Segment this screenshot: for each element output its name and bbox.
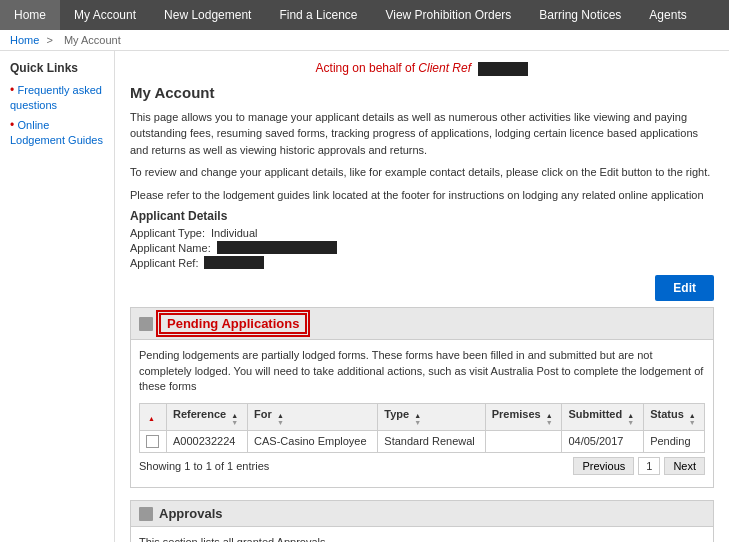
sort-for-arrows[interactable]: ▲ ▼ (277, 412, 284, 426)
list-item: Online Lodgement Guides (10, 118, 104, 149)
sort-down-icon: ▼ (231, 419, 238, 426)
edit-button[interactable]: Edit (655, 275, 714, 301)
acting-on-behalf-banner: Acting on behalf of Client Ref (130, 61, 714, 76)
sort-down-icon: ▼ (627, 419, 634, 426)
col-status-label: Status (650, 408, 684, 420)
applicant-ref-label: Applicant Ref: (130, 257, 198, 269)
approvals-body: This section lists all granted Approvals… (131, 527, 713, 542)
col-for: For ▲ ▼ (248, 403, 378, 430)
row-for: CAS-Casino Employee (248, 430, 378, 453)
description-1: This page allows you to manage your appl… (130, 109, 714, 159)
sort-up-icon: ▲ (277, 412, 284, 419)
pending-applications-title: Pending Applications (159, 313, 307, 334)
applicant-details-heading: Applicant Details (130, 209, 714, 223)
sort-down-icon: ▼ (414, 419, 421, 426)
sort-status-arrows[interactable]: ▲ ▼ (689, 412, 696, 426)
pending-applications-header: Pending Applications (131, 308, 713, 340)
row-reference: A000232224 (166, 430, 247, 453)
sort-type-arrows[interactable]: ▲ ▼ (414, 412, 421, 426)
col-type-label: Type (384, 408, 409, 420)
breadcrumb: Home > My Account (0, 30, 729, 51)
applicant-type-row: Applicant Type: Individual (130, 227, 714, 239)
applicant-name-label: Applicant Name: (130, 242, 211, 254)
col-reference-label: Reference (173, 408, 226, 420)
sort-down-icon: ▼ (277, 419, 284, 426)
table-header-row: ▲ Reference ▲ ▼ For (140, 403, 705, 430)
col-select: ▲ (140, 403, 167, 430)
breadcrumb-current: My Account (64, 34, 121, 46)
sort-up-icon: ▲ (414, 412, 421, 419)
sort-up-icon: ▲ (689, 412, 696, 419)
approvals-title: Approvals (159, 506, 223, 521)
breadcrumb-home[interactable]: Home (10, 34, 39, 46)
sidebar-item-faq[interactable]: Frequently asked questions (10, 84, 102, 111)
sort-down-icon: ▼ (689, 419, 696, 426)
row-status: Pending (644, 430, 705, 453)
sort-submitted-arrows[interactable]: ▲ ▼ (627, 412, 634, 426)
approvals-section: Approvals This section lists all granted… (130, 500, 714, 542)
col-reference: Reference ▲ ▼ (166, 403, 247, 430)
applicant-name-row: Applicant Name: (130, 241, 714, 254)
breadcrumb-separator: > (46, 34, 52, 46)
table-row: A000232224 CAS-Casino Employee Standard … (140, 430, 705, 453)
col-submitted-label: Submitted (568, 408, 622, 420)
sort-reference-arrows[interactable]: ▲ ▼ (231, 412, 238, 426)
nav-home[interactable]: Home (0, 0, 60, 30)
sort-up-icon: ▲ (627, 412, 634, 419)
applicant-name-value (217, 241, 337, 254)
nav-find-licence[interactable]: Find a Licence (265, 0, 371, 30)
col-type: Type ▲ ▼ (378, 403, 485, 430)
pending-section-icon (139, 317, 153, 331)
col-for-label: For (254, 408, 272, 420)
row-type: Standard Renewal (378, 430, 485, 453)
pending-next-button[interactable]: Next (664, 457, 705, 475)
row-premises (485, 430, 562, 453)
pending-pagination-controls: Previous 1 Next (573, 457, 705, 475)
sort-up-icon: ▲ (231, 412, 238, 419)
approvals-section-icon (139, 507, 153, 521)
sort-up-icon: ▲ (546, 412, 553, 419)
pending-applications-body: Pending lodgements are partially lodged … (131, 340, 713, 487)
nav-barring-notices[interactable]: Barring Notices (525, 0, 635, 30)
sort-arrows[interactable]: ▲ (148, 415, 155, 422)
pending-applications-section: Pending Applications Pending lodgements … (130, 307, 714, 488)
pending-previous-button[interactable]: Previous (573, 457, 634, 475)
pending-showing-text: Showing 1 to 1 of 1 entries (139, 460, 269, 472)
row-select-cell (140, 430, 167, 453)
nav-new-lodgement[interactable]: New Lodgement (150, 0, 265, 30)
approvals-header: Approvals (131, 501, 713, 527)
row-checkbox[interactable] (146, 435, 159, 448)
client-ref-value (478, 62, 528, 76)
col-submitted: Submitted ▲ ▼ (562, 403, 644, 430)
client-ref-label: Client Ref (418, 61, 471, 75)
col-premises: Premises ▲ ▼ (485, 403, 562, 430)
col-status: Status ▲ ▼ (644, 403, 705, 430)
applicant-ref-value (204, 256, 264, 269)
pending-applications-desc: Pending lodgements are partially lodged … (139, 348, 705, 394)
sidebar-title: Quick Links (10, 61, 104, 75)
nav-view-prohibition-orders[interactable]: View Prohibition Orders (371, 0, 525, 30)
description-2: To review and change your applicant deta… (130, 164, 714, 181)
sort-premises-arrows[interactable]: ▲ ▼ (546, 412, 553, 426)
pending-applications-table: ▲ Reference ▲ ▼ For (139, 403, 705, 454)
applicant-ref-row: Applicant Ref: (130, 256, 714, 269)
main-content: Acting on behalf of Client Ref My Accoun… (115, 51, 729, 542)
sort-up-icon: ▲ (148, 415, 155, 422)
description-3: Please refer to the lodgement guides lin… (130, 187, 714, 204)
nav-my-account[interactable]: My Account (60, 0, 150, 30)
sidebar-links: Frequently asked questions Online Lodgem… (10, 83, 104, 149)
pending-pagination-row: Showing 1 to 1 of 1 entries Previous 1 N… (139, 453, 705, 479)
sidebar-item-guides[interactable]: Online Lodgement Guides (10, 119, 103, 146)
sort-down-icon: ▼ (546, 419, 553, 426)
pending-current-page: 1 (638, 457, 660, 475)
sidebar: Quick Links Frequently asked questions O… (0, 51, 115, 542)
nav-agents[interactable]: Agents (635, 0, 700, 30)
top-navigation: Home My Account New Lodgement Find a Lic… (0, 0, 729, 30)
applicant-type-value: Individual (211, 227, 257, 239)
page-title: My Account (130, 84, 714, 101)
main-layout: Quick Links Frequently asked questions O… (0, 51, 729, 542)
applicant-details-section: Applicant Details Applicant Type: Indivi… (130, 209, 714, 269)
row-submitted: 04/05/2017 (562, 430, 644, 453)
applicant-type-label: Applicant Type: (130, 227, 205, 239)
list-item: Frequently asked questions (10, 83, 104, 114)
